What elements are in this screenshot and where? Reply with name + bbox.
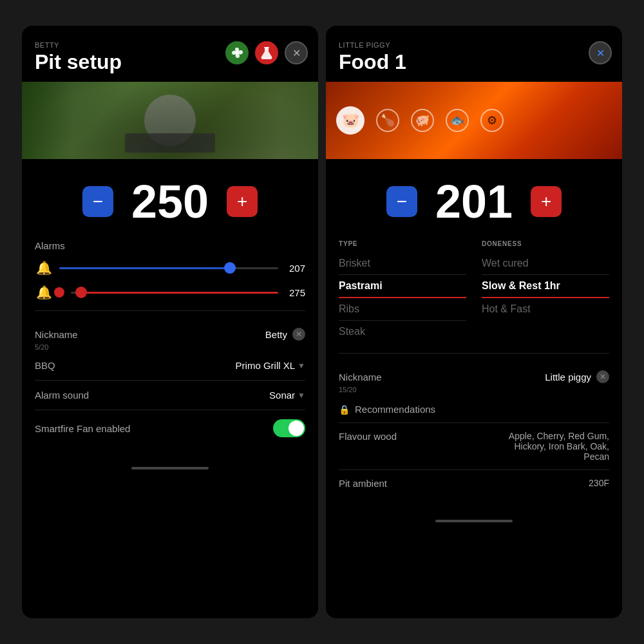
svg-rect-1 — [264, 47, 269, 48]
flavour-wood-label: Flavour wood — [339, 431, 397, 462]
doneness-col-label: DONENESS — [482, 240, 609, 247]
alarm-sound-value-container: Sonar ▼ — [269, 390, 305, 401]
doneness-slow-rest[interactable]: Slow & Rest 1hr — [482, 275, 609, 298]
temp-plus-btn[interactable]: + — [227, 186, 258, 217]
food-temp-plus-btn[interactable]: + — [531, 186, 562, 217]
food-setup-screen: LITTLE PIGGY Food 1 ✕ 🐷 🍗 🐖 🐟 ⚙ − 201 + — [326, 26, 622, 618]
temperature-control: − 250 + — [35, 178, 305, 225]
alarms-label: Alarms — [35, 240, 305, 251]
bbq-label: BBQ — [35, 360, 55, 371]
low-alarm-value: 207 — [285, 263, 305, 274]
pit-setup-screen: BETTY Pit setup ✕ — [22, 26, 318, 618]
food-temperature-control: − 201 + — [339, 178, 609, 225]
pit-ambient-label: Pit ambient — [339, 478, 387, 489]
bell-icon-red: 🔔 — [35, 285, 53, 300]
food-option-steak[interactable]: Steak — [339, 321, 466, 343]
food-chicken-icon[interactable]: 🍗 — [376, 109, 399, 132]
header-icons: ✕ — [225, 41, 308, 64]
alarms-section: Alarms 🔔 207 🔔 275 — [35, 240, 305, 300]
nickname-value: Betty — [265, 329, 287, 340]
toggle-thumb — [289, 421, 304, 436]
alarm-sound-chevron: ▼ — [298, 391, 305, 400]
fan-icon-btn[interactable] — [225, 41, 249, 64]
high-alarm-thumb[interactable] — [75, 287, 87, 298]
rec-icon: 🔒 — [339, 404, 350, 415]
bell-icon-blue: 🔔 — [35, 260, 53, 276]
temperature-value: 250 — [131, 178, 209, 225]
smartfire-label: Smartfire Fan enabled — [35, 423, 130, 434]
scroll-indicator-right — [435, 520, 513, 522]
food-temp-minus-btn[interactable]: − — [386, 186, 417, 217]
alarm-sound-value: Sonar — [269, 390, 295, 401]
food-image: 🐷 🍗 🐖 🐟 ⚙ — [326, 82, 622, 159]
temp-minus-btn[interactable]: − — [82, 186, 113, 217]
food-option-ribs[interactable]: Ribs — [339, 298, 466, 321]
food-pig-icon[interactable]: 🐖 — [411, 109, 434, 132]
rec-label: Recommendations — [355, 404, 435, 415]
pit-ambient-row: Pit ambient 230F — [339, 469, 609, 497]
pit-ambient-value: 230F — [589, 478, 609, 489]
pit-content: − 250 + Alarms 🔔 207 🔔 — [22, 159, 318, 457]
alarm-sound-row[interactable]: Alarm sound Sonar ▼ — [35, 383, 305, 407]
food-option-pastrami[interactable]: Pastrami — [339, 275, 466, 298]
food-title: Food 1 — [339, 50, 609, 74]
food-nickname-value-container: Little piggy ✕ — [545, 370, 609, 383]
food-content: − 201 + TYPE Brisket Pastrami Ribs Steak… — [326, 159, 622, 509]
low-alarm-track[interactable] — [59, 267, 278, 269]
food-nickname-char-count: 15/20 — [339, 386, 609, 393]
pit-setup-header: BETTY Pit setup ✕ — [22, 26, 318, 82]
close-icon-btn[interactable]: ✕ — [285, 41, 308, 64]
high-alarm-row: 🔔 275 — [35, 285, 305, 300]
doneness-wet-cured[interactable]: Wet cured — [482, 252, 609, 275]
alarm-sound-label: Alarm sound — [35, 390, 89, 401]
nickname-value-container: Betty ✕ — [265, 328, 305, 341]
close-icon: ✕ — [292, 47, 301, 59]
food-close-icon-btn[interactable]: ✕ — [589, 41, 612, 64]
flask-icon-btn[interactable] — [255, 41, 278, 64]
low-alarm-thumb[interactable] — [224, 262, 236, 274]
nickname-label: Nickname — [35, 329, 78, 340]
bbq-value-container: Primo Grill XL ▼ — [236, 360, 305, 371]
bbq-row[interactable]: BBQ Primo Grill XL ▼ — [35, 354, 305, 377]
flavour-wood-row: Flavour wood Apple, Cherry, Red Gum, Hic… — [339, 422, 609, 469]
low-alarm-row: 🔔 207 — [35, 260, 305, 276]
type-col-label: TYPE — [339, 240, 466, 247]
bbq-value: Primo Grill XL — [236, 360, 296, 371]
alarm-dot-red — [54, 287, 64, 298]
food-header-icons: ✕ — [589, 41, 612, 64]
food-nickname-label: Nickname — [339, 372, 382, 383]
high-alarm-value: 275 — [285, 287, 305, 298]
food-fish-icon[interactable]: 🐟 — [446, 109, 469, 132]
nickname-clear-btn[interactable]: ✕ — [292, 328, 305, 341]
food-type-col: TYPE Brisket Pastrami Ribs Steak — [339, 240, 466, 343]
food-nickname-value: Little piggy — [545, 372, 591, 383]
smartfire-toggle[interactable] — [273, 419, 305, 437]
scroll-indicator-left — [131, 467, 209, 469]
food-type-section: TYPE Brisket Pastrami Ribs Steak DONENES… — [339, 240, 609, 343]
doneness-col: DONENESS Wet cured Slow & Rest 1hr Hot &… — [482, 240, 609, 343]
food-gear-icon[interactable]: ⚙ — [480, 109, 504, 132]
smartfire-row: Smartfire Fan enabled — [35, 413, 305, 444]
food-temperature-value: 201 — [435, 178, 513, 225]
recommendations-row[interactable]: 🔒 Recommendations — [339, 396, 609, 422]
bbq-chevron: ▼ — [298, 361, 305, 370]
food-label: LITTLE PIGGY — [339, 41, 609, 49]
high-alarm-track[interactable] — [71, 292, 278, 294]
food-nickname-clear-btn[interactable]: ✕ — [596, 370, 609, 383]
food-option-brisket[interactable]: Brisket — [339, 252, 466, 275]
nickname-char-count: 5/20 — [35, 343, 305, 351]
doneness-hot-fast[interactable]: Hot & Fast — [482, 298, 609, 320]
food-close-icon: ✕ — [596, 47, 605, 59]
pit-image — [22, 82, 318, 159]
food-setup-header: LITTLE PIGGY Food 1 ✕ — [326, 26, 622, 82]
food-main-icon[interactable]: 🐷 — [336, 106, 365, 135]
flavour-wood-value: Apple, Cherry, Red Gum, Hickory, Iron Ba… — [493, 431, 609, 462]
